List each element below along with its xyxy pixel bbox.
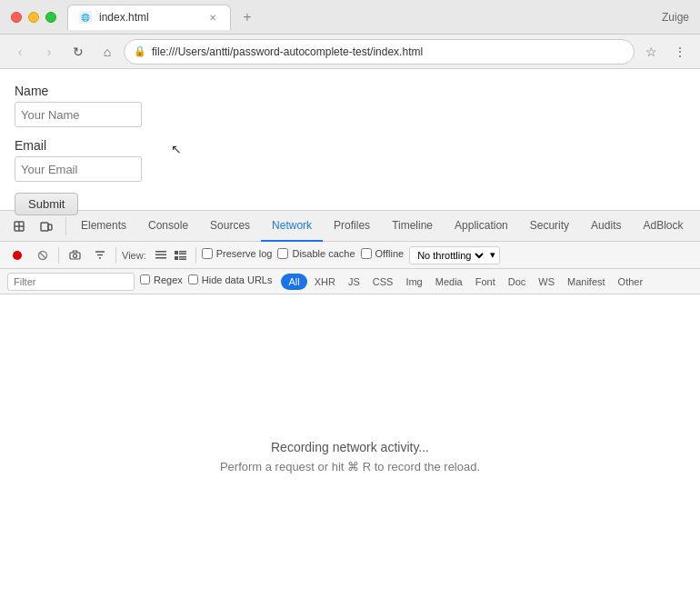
- filter-input[interactable]: [14, 276, 128, 287]
- submit-button[interactable]: Submit: [15, 193, 78, 215]
- address-bar[interactable]: [152, 45, 625, 58]
- svg-point-5: [13, 251, 22, 260]
- back-button[interactable]: ‹: [7, 39, 33, 65]
- detail-view-button[interactable]: [172, 246, 190, 264]
- filter-bar: Regex Hide data URLs All XHR JS CSS Img …: [0, 269, 700, 294]
- filter-type-xhr[interactable]: XHR: [309, 274, 341, 290]
- bookmark-button[interactable]: ☆: [638, 39, 664, 65]
- tab-title: index.html: [99, 11, 199, 24]
- filter-button[interactable]: [90, 245, 110, 265]
- camera-button[interactable]: [65, 245, 85, 265]
- filter-type-other[interactable]: Other: [613, 274, 649, 290]
- offline-checkbox[interactable]: [361, 248, 372, 259]
- disable-cache-group: Disable cache: [277, 248, 355, 259]
- inspect-element-button[interactable]: [7, 214, 31, 238]
- throttle-dropdown-icon: ▾: [490, 249, 495, 261]
- svg-rect-21: [179, 258, 186, 260]
- toolbar-separator-2: [115, 247, 116, 264]
- maximize-window-button[interactable]: [45, 12, 56, 23]
- offline-label: Offline: [375, 248, 405, 259]
- filter-type-font[interactable]: Font: [470, 274, 501, 290]
- title-bar: 🌐 index.html ✕ + Zuige: [0, 0, 700, 35]
- filter-type-img[interactable]: Img: [400, 274, 427, 290]
- svg-rect-15: [155, 257, 166, 259]
- filter-type-js[interactable]: JS: [343, 274, 365, 290]
- view-label: View:: [122, 250, 146, 261]
- traffic-lights: [11, 12, 56, 23]
- devtools-panel: Elements Console Sources Network Profile…: [0, 210, 700, 608]
- home-button[interactable]: ⌂: [95, 39, 120, 65]
- svg-rect-14: [155, 254, 166, 255]
- hide-data-urls-label: Hide data URLs: [202, 274, 273, 285]
- network-toolbar: View:: [0, 242, 700, 269]
- filter-type-css[interactable]: CSS: [367, 274, 399, 290]
- hide-data-urls-checkbox[interactable]: [188, 274, 198, 284]
- minimize-window-button[interactable]: [28, 12, 39, 23]
- name-input[interactable]: [15, 102, 142, 127]
- svg-point-9: [73, 254, 76, 258]
- regex-label: Regex: [154, 274, 183, 285]
- list-view-button[interactable]: [152, 246, 170, 264]
- filter-type-media[interactable]: Media: [430, 274, 468, 290]
- page-content: Name Email Submit ↖: [0, 69, 700, 210]
- record-button[interactable]: [7, 245, 27, 265]
- tab-bar: 🌐 index.html ✕ +: [67, 5, 689, 30]
- recording-hint: Perform a request or hit ⌘ R to record t…: [220, 460, 480, 473]
- devtools-left-icons: [7, 214, 70, 238]
- preserve-log-group: Preserve log: [202, 248, 273, 259]
- navigation-bar: ‹ › ↻ ⌂ 🔒 ☆ ⋮: [0, 35, 700, 69]
- tab-close-button[interactable]: ✕: [206, 11, 219, 24]
- network-body: Recording network activity... Perform a …: [0, 294, 700, 608]
- filter-input-wrap: [7, 273, 135, 291]
- forward-button[interactable]: ›: [36, 39, 62, 65]
- devtools-right-icons: ⋮ ✕: [695, 214, 701, 238]
- disable-cache-label: Disable cache: [292, 248, 355, 259]
- address-lock-icon: 🔒: [134, 45, 146, 57]
- disable-cache-checkbox[interactable]: [277, 248, 288, 259]
- offline-group: Offline: [361, 248, 405, 259]
- toolbar-separator-1: [58, 247, 59, 264]
- device-toolbar-button[interactable]: [35, 214, 58, 238]
- name-label: Name: [15, 84, 685, 98]
- new-tab-button[interactable]: +: [235, 5, 260, 30]
- filter-type-doc[interactable]: Doc: [503, 274, 532, 290]
- filter-type-manifest[interactable]: Manifest: [562, 274, 611, 290]
- filter-type-ws[interactable]: WS: [533, 274, 560, 290]
- regex-group: Regex: [140, 274, 183, 285]
- preserve-log-label: Preserve log: [216, 248, 273, 259]
- address-bar-container: 🔒: [124, 39, 635, 65]
- recording-text: Recording network activity...: [271, 440, 429, 454]
- svg-rect-13: [155, 251, 166, 253]
- svg-rect-17: [179, 251, 186, 253]
- devtools-titlebar: Elements Console Sources Network Profile…: [0, 211, 700, 242]
- svg-rect-3: [41, 223, 48, 231]
- email-input[interactable]: [15, 156, 142, 182]
- toolbar-separator-3: [195, 247, 196, 264]
- throttle-select[interactable]: No throttling Fast 3G Slow 3G Offline: [414, 249, 486, 262]
- devtools-more-button[interactable]: ⋮: [695, 214, 701, 238]
- svg-rect-16: [175, 251, 178, 254]
- filter-type-tabs: All XHR JS CSS Img Media Font Doc WS Man…: [281, 274, 648, 290]
- tab-favicon: 🌐: [79, 11, 92, 24]
- preserve-log-checkbox[interactable]: [202, 248, 213, 259]
- svg-rect-20: [179, 256, 186, 258]
- throttle-selector[interactable]: No throttling Fast 3G Slow 3G Offline ▾: [409, 246, 500, 264]
- menu-button[interactable]: ⋮: [667, 39, 693, 65]
- hide-data-urls-group: Hide data URLs: [188, 274, 273, 285]
- close-window-button[interactable]: [11, 12, 22, 23]
- browser-tab[interactable]: 🌐 index.html ✕: [67, 5, 231, 30]
- regex-checkbox[interactable]: [140, 274, 150, 284]
- filter-type-all[interactable]: All: [281, 274, 306, 290]
- window-label: Zuige: [662, 11, 689, 24]
- svg-rect-19: [175, 256, 178, 260]
- reload-button[interactable]: ↻: [65, 39, 91, 65]
- svg-line-7: [40, 253, 45, 258]
- devtools-separator: [65, 217, 66, 235]
- svg-rect-18: [179, 253, 186, 254]
- clear-button[interactable]: [33, 245, 53, 265]
- view-icons: [152, 246, 190, 264]
- svg-rect-4: [48, 224, 52, 230]
- email-label: Email: [15, 138, 685, 153]
